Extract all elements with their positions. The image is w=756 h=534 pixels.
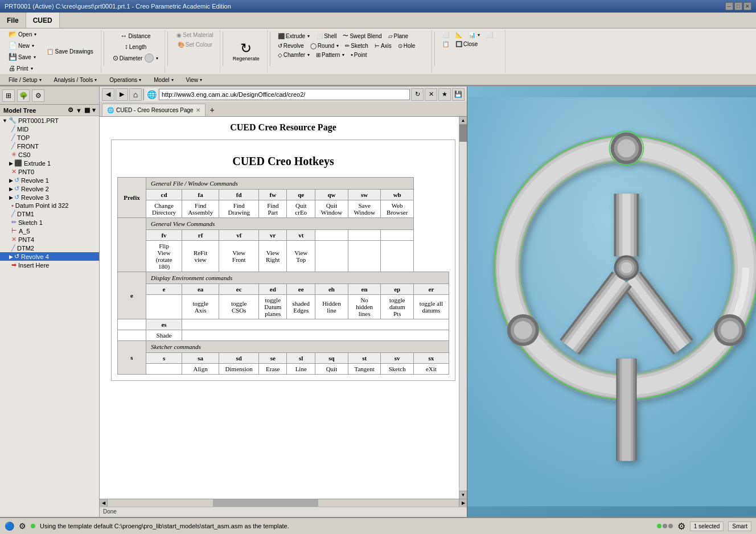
minimize-button[interactable]: ─ — [725, 2, 733, 10]
tree-pnt4[interactable]: ✕ PNT4 — [0, 235, 99, 244]
round-icon: ◯ — [310, 43, 317, 49]
browser-chrome: ◀ ▶ ⌂ 🌐 ↻ ✕ ★ 💾 ✕ 🌐 CUED - Creo Resource… — [100, 87, 467, 117]
open-icon: 📂 — [9, 30, 17, 38]
close-view-button[interactable]: ⬜ — [483, 31, 496, 39]
tab-view[interactable]: View ▾ — [180, 74, 209, 85]
forward-button[interactable]: ▶ — [116, 88, 128, 101]
tree-revolve3[interactable]: ▶ ↺ Revolve 3 — [0, 193, 99, 202]
tree-datum-point[interactable]: • Datum Point id 322 — [0, 202, 99, 210]
tree-pnt0[interactable]: ✕ PNT0 — [0, 167, 99, 176]
close-main-button[interactable]: 🔲 Close — [453, 40, 481, 48]
length-button[interactable]: ↕ Length — [122, 42, 150, 52]
title-text: PRT0001 (Active) C:\creo\guest\prt0001.p… — [5, 3, 231, 10]
scroll-thumb[interactable] — [459, 125, 467, 142]
scroll-up-button[interactable]: ▲ — [459, 117, 467, 125]
tab-model[interactable]: Model ▾ — [147, 74, 179, 85]
view-btn-1[interactable]: ⬜ — [439, 31, 452, 39]
tree-revolve1[interactable]: ▶ ↺ Revolve 1 — [0, 176, 99, 184]
tab-file-setup[interactable]: File / Setup ▾ — [2, 74, 48, 85]
chamfer-button[interactable]: ◇ Chamfer▾ — [275, 51, 313, 59]
new-tab-button[interactable]: + — [207, 104, 218, 116]
set-material-button[interactable]: ◉ Set Material — [174, 31, 216, 39]
tree-insert-here[interactable]: ➡ Insert Here — [0, 261, 99, 269]
distance-button[interactable]: ↔ Distance — [118, 31, 154, 41]
new-button[interactable]: 📄 New▾ — [6, 40, 39, 51]
3d-viewport[interactable] — [467, 87, 756, 517]
tree-a5[interactable]: ⊢ A_5 — [0, 227, 99, 235]
tab-file[interactable]: File — [0, 13, 26, 28]
scroll-left-button[interactable]: ◀ — [100, 499, 108, 507]
regenerate-button[interactable]: ↻ Regenerate — [230, 40, 262, 63]
tree-root[interactable]: ▼ 🔧 PRT0001.PRT — [0, 116, 99, 125]
extrude-tree-icon: ⬛ — [14, 159, 22, 167]
scroll-right-button[interactable]: ▶ — [459, 499, 467, 507]
tree-revolve4[interactable]: ▶ ↺ Revolve 4 — [0, 252, 99, 261]
round-button[interactable]: ◯ Round▾ — [307, 42, 342, 50]
axis-button[interactable]: ⊢ Axis — [372, 42, 395, 50]
save-page-button[interactable]: 💾 — [452, 88, 465, 101]
browser-tabbar: 🌐 CUED - Creo Resources Page ✕ + — [100, 102, 467, 116]
refresh-button[interactable]: ↻ — [411, 88, 424, 101]
tab-cued[interactable]: CUED — [26, 13, 60, 28]
model-tree-settings-icon[interactable]: ⚙ — [68, 106, 73, 114]
datum-plane-icon-dtm2: ╱ — [11, 244, 15, 252]
tab-analysis-tools[interactable]: Analysis / Tools ▾ — [48, 74, 104, 85]
view-btn-5[interactable]: 📋 — [439, 40, 452, 48]
svg-point-37 — [514, 321, 532, 339]
hole-button[interactable]: ⊙ Hole — [395, 42, 418, 50]
tree-dtm1[interactable]: ╱ DTM1 — [0, 210, 99, 218]
open-button[interactable]: 📂 Open▾ — [6, 29, 39, 39]
bookmark-button[interactable]: ★ — [438, 88, 451, 101]
tree-sketch1[interactable]: ✏ Sketch 1 — [0, 218, 99, 227]
model-tree-expand-icon[interactable]: ▾ — [92, 106, 96, 114]
shell-button[interactable]: ⬜ Shell — [313, 32, 339, 40]
tree-front[interactable]: ╱ FRONT — [0, 142, 99, 150]
pattern-button[interactable]: ⊞ Pattern▾ — [313, 51, 347, 59]
point-button[interactable]: • Point — [348, 51, 369, 59]
swept-blend-button[interactable]: 〜 Swept Blend — [340, 31, 384, 41]
tree-extrude1[interactable]: ▶ ⬛ Extrude 1 — [0, 159, 99, 167]
view-icon-3: 📊 — [469, 32, 475, 38]
diameter-button[interactable]: ⊙ Diameter ▾ — [110, 52, 162, 64]
tree-revolve2[interactable]: ▶ ↺ Revolve 2 — [0, 184, 99, 193]
scroll-down-button[interactable]: ▼ — [459, 491, 467, 499]
view-btn-3[interactable]: 📊▾ — [466, 31, 483, 39]
print-button[interactable]: 🖨 Print▾ — [6, 63, 39, 73]
view-btn-2[interactable]: 📐 — [453, 31, 465, 39]
ribbon-tabs: File / Setup ▾ Analysis / Tools ▾ Operat… — [0, 74, 756, 85]
sketch-button[interactable]: ✏ Sketch — [342, 42, 371, 50]
set-colour-button[interactable]: 🎨 Set Colour — [175, 40, 215, 49]
sidebar-tool-2[interactable]: 🌳 — [17, 89, 30, 102]
address-bar[interactable] — [159, 89, 410, 100]
save-button[interactable]: 💾 Save▾ — [6, 52, 39, 62]
creo-icon: 🔵 — [5, 521, 14, 531]
view-icon-1: ⬜ — [442, 32, 449, 38]
sidebar-tool-1[interactable]: ⊞ — [2, 89, 15, 102]
extrude-button[interactable]: ⬛ Extrude▾ — [275, 32, 313, 40]
hscroll-thumb[interactable] — [213, 499, 318, 507]
tab-operations[interactable]: Operations ▾ — [103, 74, 147, 85]
back-button[interactable]: ◀ — [102, 88, 114, 101]
close-button[interactable]: ✕ — [743, 2, 751, 10]
save-drawings-button[interactable]: 📋 Save Drawings — [44, 47, 96, 56]
model-tree-filter-icon[interactable]: ▼ — [76, 107, 82, 114]
stop-button[interactable]: ✕ — [425, 88, 437, 101]
model-tree-header: Model Tree ⚙ ▼ ▦ ▾ — [0, 105, 99, 116]
tree-cs0[interactable]: ✳ CS0 — [0, 150, 99, 159]
tree-mid[interactable]: ╱ MID — [0, 125, 99, 133]
model-tree-columns-icon[interactable]: ▦ — [84, 106, 90, 114]
browser-tab-close[interactable]: ✕ — [196, 107, 200, 113]
sidebar-tool-3[interactable]: ⚙ — [32, 89, 44, 102]
home-button[interactable]: ⌂ — [129, 88, 142, 101]
tree-dtm2[interactable]: ╱ DTM2 — [0, 244, 99, 252]
model-tree-scroll[interactable]: ▼ 🔧 PRT0001.PRT ╱ MID ╱ TOP ╱ FRONT ✳ CS… — [0, 116, 99, 517]
maximize-button[interactable]: □ — [734, 2, 742, 10]
browser-content[interactable]: CUED Creo Resource Page CUED Creo Hotkey… — [100, 117, 467, 499]
plane-button[interactable]: ▱ Plane — [385, 32, 412, 40]
horizontal-scrollbar[interactable]: ◀ ▶ — [100, 499, 467, 507]
tree-top[interactable]: ╱ TOP — [0, 133, 99, 142]
revolve-button[interactable]: ↺ Revolve — [275, 42, 307, 50]
datum-plane-icon-top: ╱ — [11, 134, 15, 141]
scrollbar-vertical[interactable]: ▲ ▼ — [459, 117, 467, 499]
browser-tab-cued[interactable]: 🌐 CUED - Creo Resources Page ✕ — [102, 104, 206, 116]
